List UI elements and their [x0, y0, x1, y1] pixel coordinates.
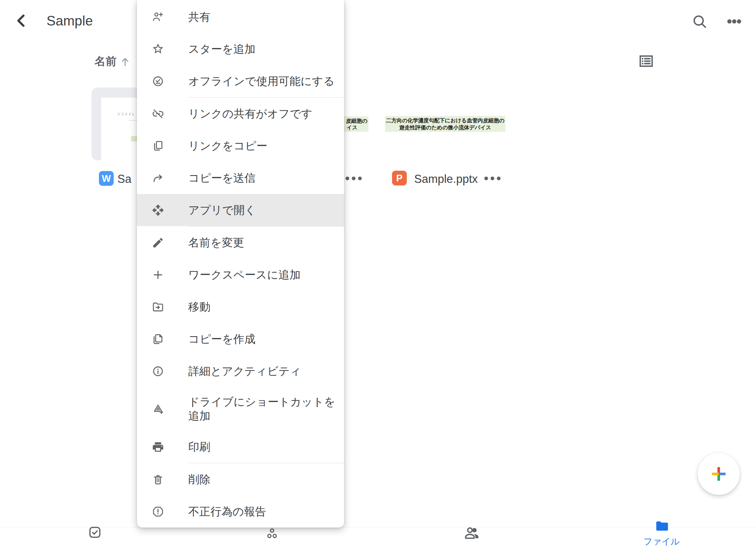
thumbnail-text-line: 遊走性評価のための微小流体デバイス	[399, 124, 491, 131]
menu-item-label: ドライブにショートカットを追加	[188, 395, 337, 423]
sort-label: 名前	[94, 54, 117, 69]
menu-item-send-copy[interactable]: コピーを送信	[137, 162, 344, 194]
menu-item-label: 削除	[188, 472, 210, 487]
search-button[interactable]	[691, 13, 708, 30]
more-horiz-icon	[352, 177, 355, 180]
trash-icon	[152, 473, 164, 486]
more-horiz-icon	[346, 177, 349, 180]
people-icon	[463, 524, 481, 542]
menu-item-label: コピーを作成	[188, 332, 255, 346]
person-add-icon	[152, 11, 164, 23]
menu-item-label: 詳細とアクティビティ	[188, 364, 301, 378]
menu-item-label: ワークスペースに追加	[188, 268, 300, 282]
menu-item-delete[interactable]: 削除	[137, 463, 344, 495]
more-horiz-icon	[358, 177, 362, 180]
send-copy-icon	[152, 172, 164, 184]
menu-item-print[interactable]: 印刷	[137, 431, 344, 463]
report-icon	[152, 505, 164, 518]
menu-item-label: 不正行為の報告	[188, 505, 266, 519]
context-menu: 共有スターを追加オフラインで使用可能にするリンクの共有がオフですリンクをコピーコ…	[137, 0, 344, 528]
badge-letter: W	[102, 173, 111, 184]
menu-item-open-in-app[interactable]: アプリで開く	[137, 194, 344, 226]
more-horiz-icon	[491, 177, 494, 180]
folder-move-icon	[152, 301, 164, 313]
list-view-icon	[638, 52, 655, 70]
thumbnail-tiny-title: スライド1	[117, 112, 134, 117]
menu-item-label: 印刷	[188, 440, 210, 454]
more-horiz-icon	[484, 177, 488, 180]
menu-item-label: スターを追加	[188, 42, 255, 56]
arrow-up-icon	[119, 55, 131, 68]
file-more-button[interactable]	[484, 177, 501, 180]
menu-item-copy-link[interactable]: リンクをコピー	[137, 130, 344, 162]
file-name[interactable]: Sample.pptx	[414, 173, 478, 186]
file-thumbnail-fragment[interactable]: 皮細胞の イス	[344, 116, 368, 132]
menu-item-rename[interactable]: 名前を変更	[137, 226, 344, 259]
menu-item-label: オフラインで使用可能にする	[188, 74, 334, 88]
view-toggle-button[interactable]	[638, 52, 655, 70]
more-horiz-icon	[497, 177, 501, 180]
badge-letter: P	[396, 173, 402, 184]
thumbnail-text-fragment: 皮細胞の	[346, 117, 367, 124]
info-icon	[152, 365, 164, 378]
menu-item-label: 名前を変更	[188, 236, 244, 250]
menu-item-add-shortcut-to-drive[interactable]: ドライブにショートカットを追加	[137, 387, 344, 431]
thumbnail-text-line: 二方向の化学濃度勾配下における血管内皮細胞の	[386, 117, 504, 124]
menu-item-label: リンクの共有がオフです	[188, 107, 312, 121]
nav-item-label: ファイル	[643, 536, 680, 547]
checkbox-icon	[87, 525, 102, 540]
back-button[interactable]	[13, 13, 30, 29]
nav-item-shared[interactable]	[463, 524, 481, 542]
folder-icon	[643, 519, 680, 533]
page-title: Sample	[47, 13, 93, 29]
file-more-button[interactable]	[346, 177, 362, 180]
menu-item-report-abuse[interactable]: 不正行為の報告	[137, 495, 344, 528]
drive-app-screen: Sample 名前 スライド1 W Sa 皮細胞の イス 二方向の化学濃度勾配下…	[0, 0, 756, 553]
open-with-icon	[152, 204, 164, 216]
offline-pin-icon	[152, 75, 164, 88]
plus-icon	[152, 269, 164, 281]
menu-item-label: コピーを送信	[188, 171, 255, 185]
star-icon	[152, 43, 164, 55]
menu-item-offline[interactable]: オフラインで使用可能にする	[137, 65, 344, 97]
file-copy-icon	[152, 333, 164, 345]
pptx-thumbnail-title[interactable]: 二方向の化学濃度勾配下における血管内皮細胞の 遊走性評価のための微小流体デバイス	[385, 116, 505, 132]
google-plus-icon	[709, 464, 729, 484]
hub-icon	[265, 526, 279, 541]
menu-item-details-activity[interactable]: 詳細とアクティビティ	[137, 355, 344, 387]
bottom-navigation: ファイル	[0, 527, 756, 553]
menu-item-make-copy[interactable]: コピーを作成	[137, 323, 344, 355]
menu-item-share[interactable]: 共有	[137, 1, 344, 33]
pencil-icon	[152, 236, 164, 249]
menu-item-move[interactable]: 移動	[137, 291, 344, 323]
thumbnail-text-fragment: イス	[347, 124, 358, 131]
file-name[interactable]: Sa	[117, 173, 131, 186]
menu-item-label: 移動	[188, 300, 210, 314]
link-off-icon	[152, 107, 164, 120]
menu-item-label: リンクをコピー	[188, 139, 267, 153]
menu-item-add-to-workspace[interactable]: ワークスペースに追加	[137, 259, 344, 291]
overflow-menu-button[interactable]	[726, 13, 743, 30]
menu-item-link-sharing-off[interactable]: リンクの共有がオフです	[137, 98, 344, 130]
print-icon	[152, 441, 164, 453]
more-horiz-icon	[726, 13, 743, 30]
search-icon	[691, 13, 708, 30]
menu-item-label: アプリで開く	[188, 203, 256, 217]
menu-item-add-star[interactable]: スターを追加	[137, 33, 344, 65]
copy-icon	[152, 140, 164, 152]
menu-item-label: 共有	[188, 10, 210, 24]
nav-item-files[interactable]: ファイル	[643, 519, 680, 547]
sort-control[interactable]: 名前	[94, 54, 131, 69]
nav-item-workspaces[interactable]	[265, 526, 279, 541]
back-icon	[13, 13, 30, 29]
top-app-bar: Sample	[0, 0, 756, 41]
nav-item-select[interactable]	[87, 525, 102, 540]
word-file-badge: W	[99, 171, 114, 186]
create-fab-button[interactable]	[698, 453, 740, 495]
powerpoint-file-badge: P	[392, 171, 407, 185]
shortcut-add-icon	[152, 403, 164, 415]
